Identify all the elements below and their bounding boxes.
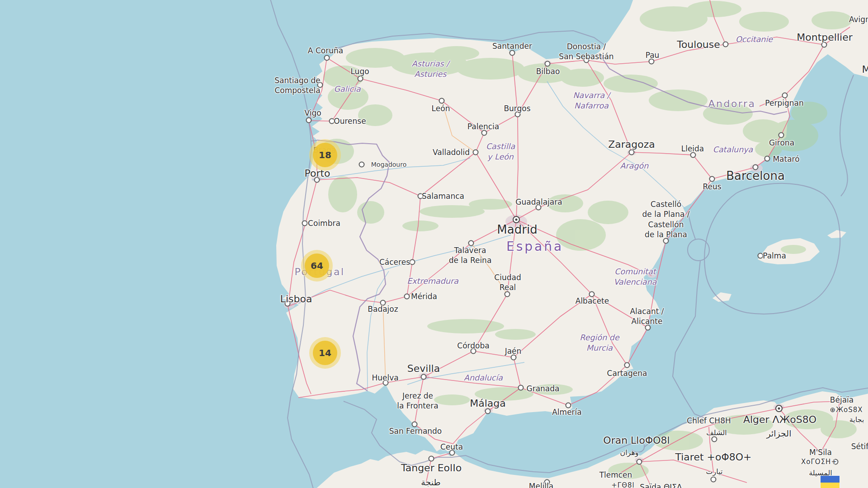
cluster-inner: 14 bbox=[313, 341, 337, 365]
cluster-count: 14 bbox=[319, 347, 331, 358]
cluster-count: 18 bbox=[319, 150, 331, 160]
cluster-count: 64 bbox=[311, 260, 323, 271]
cluster-marker[interactable]: 18 bbox=[309, 139, 341, 171]
cluster-marker[interactable]: 14 bbox=[309, 337, 341, 369]
flag-marker-icon[interactable] bbox=[821, 476, 840, 488]
cluster-layer: 186414 bbox=[0, 0, 868, 488]
cluster-inner: 64 bbox=[305, 253, 329, 278]
cluster-inner: 18 bbox=[313, 143, 337, 167]
flag-bottom-stripe bbox=[821, 483, 840, 488]
map-canvas[interactable]: A CoruñaSantiago de CompostelaLugoVigoOu… bbox=[0, 0, 868, 488]
flag-top-stripe bbox=[821, 476, 840, 483]
cluster-marker[interactable]: 64 bbox=[301, 250, 333, 282]
